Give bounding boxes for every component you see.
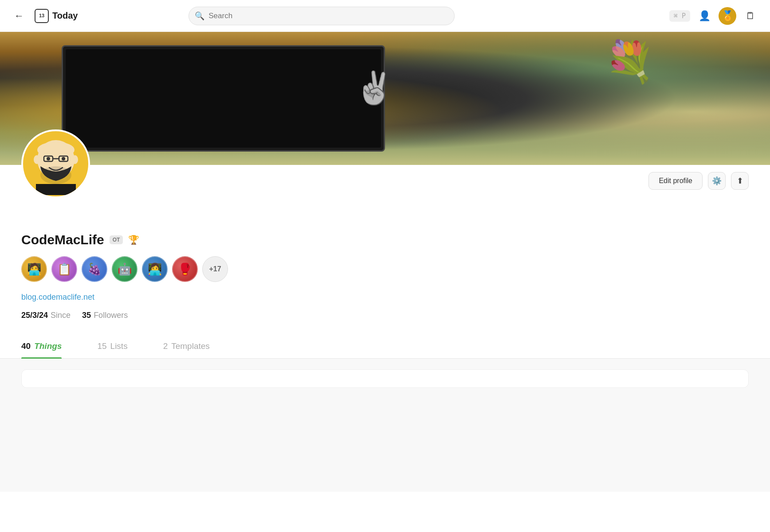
badge-item-6[interactable]: 🥊 bbox=[172, 256, 198, 282]
templates-label: Templates bbox=[171, 341, 210, 351]
profile-section: Edit profile ⚙️ ⬆ CodeMacLife OT 🏆 🧑‍💻 📋… bbox=[0, 165, 770, 359]
profile-banner: ✌️ 💐 bbox=[0, 32, 770, 165]
avatar bbox=[21, 129, 90, 198]
nav-right-actions: ⌘ P 👤 🏅 🗒 bbox=[669, 7, 759, 25]
svg-point-8 bbox=[47, 157, 50, 160]
svg-point-9 bbox=[62, 157, 65, 160]
stats-row: 25/3/24 Since 35 Followers bbox=[21, 311, 749, 320]
followers-count: 35 bbox=[82, 311, 91, 320]
tab-things[interactable]: 40 Things bbox=[21, 334, 62, 358]
today-button[interactable]: 13 Today bbox=[35, 9, 78, 23]
peace-sign-sticker: ✌️ bbox=[354, 69, 394, 107]
svg-point-4 bbox=[72, 155, 78, 164]
laptop-screen bbox=[66, 49, 381, 148]
today-label: Today bbox=[52, 11, 78, 21]
profile-tabs: 40 Things 15 Lists 2 Templates bbox=[0, 334, 770, 359]
svg-point-1 bbox=[37, 142, 75, 158]
back-button[interactable]: ← bbox=[11, 8, 28, 23]
contacts-icon: 👤 bbox=[699, 10, 711, 22]
badge-emoji-3: 🍇 bbox=[87, 262, 102, 276]
badge-item-2[interactable]: 📋 bbox=[51, 256, 77, 282]
search-bar-container: 🔍 bbox=[189, 7, 455, 25]
back-icon: ← bbox=[14, 10, 24, 21]
badge-item-1[interactable]: 🧑‍💻 bbox=[21, 256, 47, 282]
keyboard-shortcut-badge: ⌘ P bbox=[669, 10, 690, 22]
settings-button[interactable]: ⚙️ bbox=[708, 172, 726, 190]
badges-row: 🧑‍💻 📋 🍇 🤖 👩‍💻 🥊 +17 bbox=[21, 256, 749, 282]
badge-item-5[interactable]: 👩‍💻 bbox=[142, 256, 168, 282]
trophy-icon: 🏆 bbox=[128, 235, 139, 245]
tab-templates[interactable]: 2 Templates bbox=[163, 334, 210, 358]
badge-emoji-6: 🥊 bbox=[178, 262, 192, 276]
templates-count: 2 bbox=[163, 341, 168, 351]
badge-emoji-5: 👩‍💻 bbox=[148, 262, 162, 276]
add-note-icon: 🗒 bbox=[746, 10, 755, 22]
ot-badge: OT bbox=[110, 235, 123, 244]
things-count: 40 bbox=[21, 341, 31, 351]
badge-item-3[interactable]: 🍇 bbox=[82, 256, 107, 282]
share-button[interactable]: ⬆ bbox=[731, 172, 749, 190]
add-note-icon-button[interactable]: 🗒 bbox=[742, 7, 759, 25]
profile-name-row: CodeMacLife OT 🏆 bbox=[21, 232, 749, 247]
rewards-icon-button[interactable]: 🏅 bbox=[719, 7, 736, 25]
since-date: 25/3/24 bbox=[21, 311, 48, 320]
lists-count: 15 bbox=[97, 341, 106, 351]
search-icon: 🔍 bbox=[195, 11, 204, 21]
followers-label: Followers bbox=[94, 311, 128, 320]
badge-more-button[interactable]: +17 bbox=[202, 256, 228, 282]
badge-emoji-1: 🧑‍💻 bbox=[27, 262, 41, 276]
avatar-illustration bbox=[27, 133, 85, 195]
since-label: Since bbox=[51, 311, 71, 320]
things-label: Things bbox=[34, 341, 62, 351]
banner-laptop-graphic bbox=[62, 45, 385, 152]
edit-profile-button[interactable]: Edit profile bbox=[648, 172, 703, 190]
badge-emoji-4: 🤖 bbox=[118, 262, 132, 276]
profile-actions-row: Edit profile ⚙️ ⬆ bbox=[21, 165, 749, 197]
profile-website-link[interactable]: blog.codemaclife.net bbox=[21, 293, 749, 302]
tab-lists[interactable]: 15 Lists bbox=[97, 334, 127, 358]
banner-flowers-graphic: 💐 bbox=[605, 39, 655, 85]
profile-username: CodeMacLife bbox=[21, 232, 104, 247]
badge-more-label: +17 bbox=[209, 265, 221, 273]
calendar-icon: 13 bbox=[35, 9, 49, 23]
badge-item-4[interactable]: 🤖 bbox=[112, 256, 138, 282]
lists-label: Lists bbox=[110, 341, 128, 351]
gear-icon: ⚙️ bbox=[712, 176, 722, 186]
content-area bbox=[0, 359, 770, 492]
medal-icon: 🏅 bbox=[722, 10, 734, 22]
contacts-icon-button[interactable]: 👤 bbox=[695, 7, 713, 25]
badge-emoji-2: 📋 bbox=[57, 262, 71, 276]
top-navigation: ← 13 Today 🔍 ⌘ P 👤 🏅 🗒 bbox=[0, 0, 770, 32]
content-placeholder bbox=[21, 369, 749, 388]
svg-point-3 bbox=[34, 155, 40, 164]
share-icon: ⬆ bbox=[737, 176, 743, 186]
search-input[interactable] bbox=[189, 7, 455, 25]
